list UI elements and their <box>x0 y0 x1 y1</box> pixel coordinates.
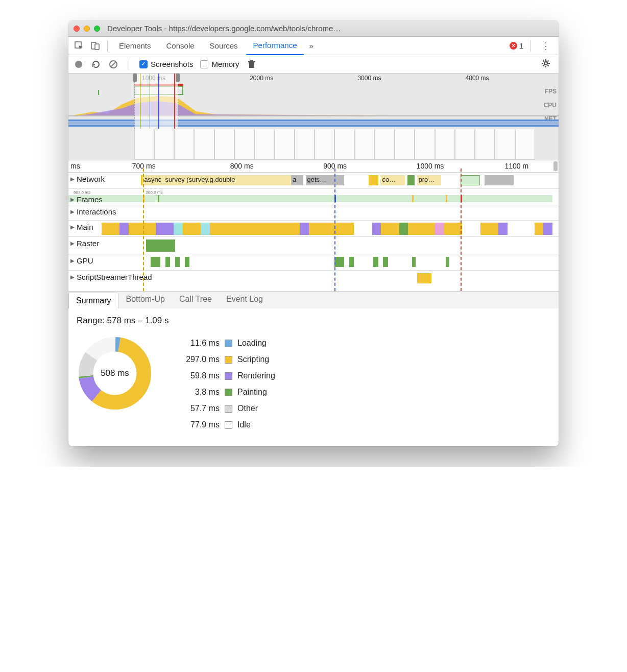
screenshots-checkbox[interactable]: Screenshots <box>139 60 193 68</box>
summary-pane: Range: 578 ms – 1.09 s 508 ms 11.6 msLoa… <box>68 308 559 446</box>
trash-button[interactable] <box>247 60 257 69</box>
summary-legend: 11.6 msLoading 297.0 msScripting 59.8 ms… <box>174 335 275 433</box>
tick-label: 4000 ms <box>466 75 489 82</box>
record-button[interactable] <box>74 61 84 68</box>
selection-handle-right[interactable] <box>176 74 180 82</box>
memory-checkbox[interactable]: Memory <box>200 60 239 68</box>
network-request[interactable]: a <box>291 175 303 185</box>
tab-sources[interactable]: Sources <box>203 37 245 55</box>
gpu-task[interactable] <box>334 257 344 267</box>
track-label: Frames <box>77 195 103 204</box>
network-request[interactable] <box>485 175 514 185</box>
track-label: Interactions <box>77 207 116 216</box>
raster-task[interactable] <box>146 239 175 252</box>
gpu-task[interactable] <box>446 257 449 267</box>
tab-event-log[interactable]: Event Log <box>219 292 270 308</box>
track-network[interactable]: ▶Network async_survey (survey.g.double a… <box>68 173 559 189</box>
inspect-element-icon[interactable] <box>71 38 87 54</box>
disclosure-icon[interactable]: ▶ <box>70 224 75 230</box>
tab-summary[interactable]: Summary <box>68 293 118 308</box>
gpu-task[interactable] <box>349 257 354 267</box>
disclosure-icon[interactable]: ▶ <box>70 197 75 202</box>
svg-line-16 <box>548 60 549 61</box>
network-request[interactable]: co… <box>380 175 404 185</box>
tick-label: 1100 m <box>504 162 528 170</box>
selection-handle-left[interactable] <box>133 74 137 82</box>
track-scriptstreamer[interactable]: ▶ScriptStreamerThread <box>68 271 559 291</box>
track-label: Main <box>77 223 93 231</box>
detail-ruler[interactable]: ms 700 ms 800 ms 900 ms 1000 ms 1100 m <box>68 160 559 173</box>
track-interactions[interactable]: ▶Interactions <box>68 205 559 221</box>
script-task[interactable] <box>417 273 431 283</box>
tick-label: ms <box>70 162 80 170</box>
guide-line <box>461 169 462 291</box>
swatch <box>225 421 232 429</box>
reload-button[interactable] <box>91 60 101 69</box>
maximize-window-button[interactable] <box>94 26 100 32</box>
divider <box>530 40 531 52</box>
track-main[interactable]: ▶Main <box>68 221 559 237</box>
more-options-icon[interactable]: ⋮ <box>538 40 553 52</box>
disclosure-icon[interactable]: ▶ <box>70 274 75 280</box>
swatch <box>225 356 232 364</box>
tab-elements[interactable]: Elements <box>112 37 158 55</box>
track-label: Raster <box>77 239 99 248</box>
gpu-task[interactable] <box>175 257 180 267</box>
overview-pane[interactable]: 1000 ms 2000 ms 3000 ms 4000 ms FPS CPU … <box>68 74 559 160</box>
disclosure-icon[interactable]: ▶ <box>70 258 75 263</box>
performance-toolbar: Screenshots Memory <box>68 55 559 74</box>
minimize-window-button[interactable] <box>84 26 90 32</box>
track-frames[interactable]: 603.6 ms 206.0 ms ▶Frames <box>68 189 559 205</box>
tabs-overflow[interactable]: » <box>305 37 317 55</box>
divider <box>107 40 108 52</box>
disclosure-icon[interactable]: ▶ <box>70 241 75 246</box>
network-request[interactable] <box>407 175 415 185</box>
gpu-task[interactable] <box>412 257 416 267</box>
gpu-task[interactable] <box>151 257 160 267</box>
disclosure-icon[interactable]: ▶ <box>70 209 75 214</box>
frame-marker <box>412 195 414 202</box>
clear-button[interactable] <box>108 60 118 69</box>
legend-row-scripting: 297.0 msScripting <box>174 351 275 368</box>
close-window-button[interactable] <box>74 26 80 32</box>
settings-button[interactable] <box>541 59 550 70</box>
tab-performance[interactable]: Performance <box>246 37 304 55</box>
tab-bottom-up[interactable]: Bottom-Up <box>118 292 172 308</box>
track-gpu[interactable]: ▶GPU <box>68 254 559 271</box>
legend-row-other: 57.7 msOther <box>174 400 275 417</box>
checkbox-icon <box>200 60 208 68</box>
svg-line-4 <box>111 62 116 67</box>
filmstrip[interactable] <box>134 129 535 160</box>
tab-console[interactable]: Console <box>159 37 202 55</box>
network-request[interactable]: gets… <box>306 175 345 185</box>
frame-marker <box>446 195 447 202</box>
network-request[interactable]: async_survey (survey.g.double <box>141 175 291 185</box>
track-label: Network <box>77 175 105 183</box>
gpu-task[interactable] <box>373 257 378 267</box>
tab-call-tree[interactable]: Call Tree <box>172 292 219 308</box>
device-toolbar-icon[interactable] <box>88 38 103 54</box>
gpu-task[interactable] <box>165 257 170 267</box>
legend-row-rendering: 59.8 msRendering <box>174 368 275 384</box>
legend-row-loading: 11.6 msLoading <box>174 335 275 351</box>
gpu-task[interactable] <box>185 257 189 267</box>
scrollbar[interactable] <box>553 161 558 171</box>
swatch <box>225 372 232 380</box>
screenshots-label: Screenshots <box>151 60 193 68</box>
swatch <box>225 340 232 347</box>
divider <box>129 59 129 70</box>
checkbox-icon <box>139 60 148 68</box>
range-label: Range: 578 ms – 1.09 s <box>77 316 550 326</box>
svg-line-13 <box>543 60 544 61</box>
track-raster[interactable]: ▶Raster <box>68 237 559 254</box>
track-label: GPU <box>77 256 93 265</box>
network-request[interactable]: pro… <box>417 175 441 185</box>
network-request[interactable] <box>369 175 378 185</box>
disclosure-icon[interactable]: ▶ <box>70 176 75 182</box>
devtools-window: Developer Tools - https://developers.goo… <box>68 20 559 446</box>
network-request[interactable] <box>461 175 480 185</box>
swatch <box>225 405 232 413</box>
gpu-task[interactable] <box>383 257 388 267</box>
error-count[interactable]: ✕ 1 <box>510 41 523 50</box>
main-flame[interactable] <box>102 223 552 235</box>
